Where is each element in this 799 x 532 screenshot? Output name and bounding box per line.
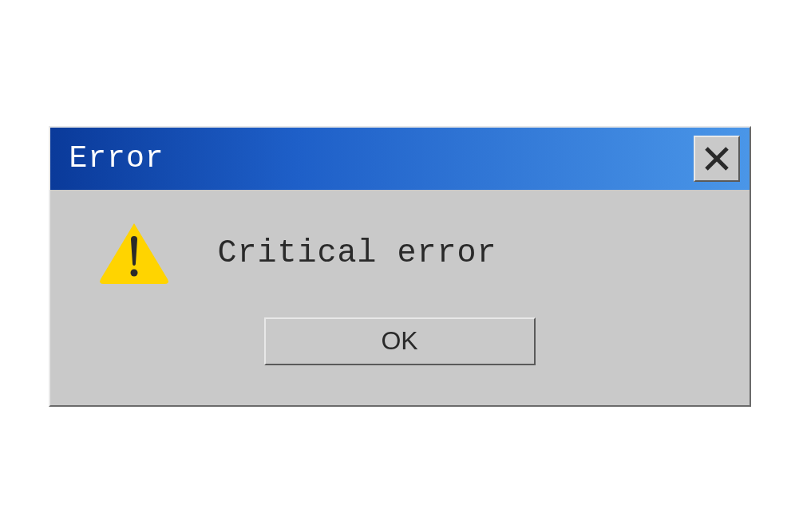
warning-icon [98,222,170,286]
error-message: Critical error [218,235,497,271]
close-button[interactable] [694,136,740,182]
titlebar: Error [50,128,750,190]
dialog-content: Critical error [50,190,750,309]
close-icon [702,144,731,173]
error-dialog: Error Critical error OK [49,126,751,407]
button-area: OK [50,309,750,405]
ok-button[interactable]: OK [264,317,536,365]
dialog-title: Error [69,141,164,175]
svg-point-2 [130,269,137,276]
ok-button-label: OK [381,326,417,356]
